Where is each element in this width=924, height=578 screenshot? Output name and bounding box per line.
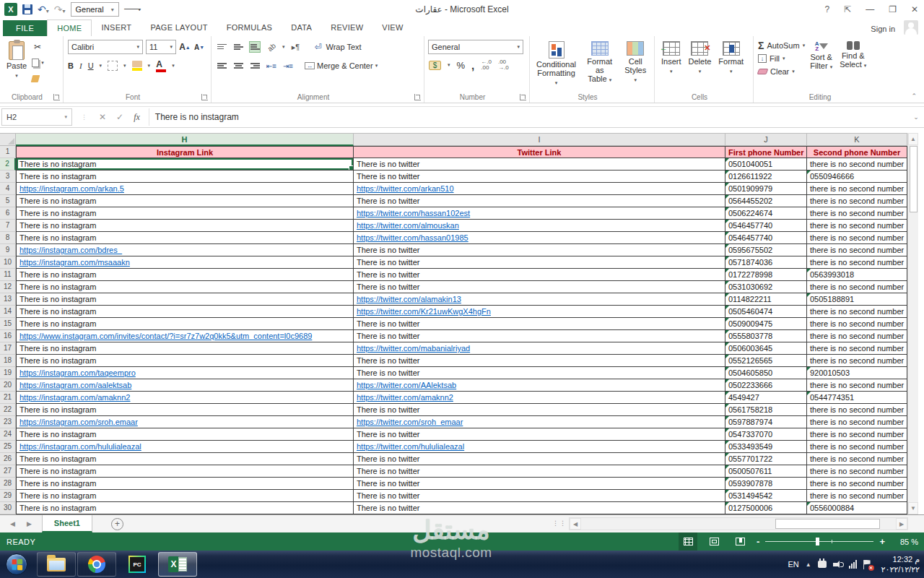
insert-cells-button[interactable]: ← Insert▾ (658, 39, 685, 91)
row-header-26[interactable]: 26 (0, 453, 16, 465)
cell-H10[interactable]: https://instagram.com/msaaakn (16, 256, 354, 269)
cell-H25[interactable]: https://instagram.com/hululialeazal (16, 441, 354, 453)
cell-H2[interactable]: There is no instagram (16, 158, 354, 171)
tab-home[interactable]: HOME (47, 20, 92, 36)
cell-K27[interactable]: there is no second number (807, 465, 907, 478)
cell-I23[interactable]: https://twitter.com/sroh_emaar (354, 416, 725, 428)
new-sheet-icon[interactable]: + (111, 518, 123, 530)
cell-H5[interactable]: There is no instagram (16, 195, 354, 207)
cell-H26[interactable]: There is no instagram (16, 453, 354, 465)
decrease-decimal-icon[interactable]: .00→.0 (498, 59, 509, 71)
cell-H4[interactable]: https://instagram.com/arkan.5 (16, 183, 354, 195)
cell-K7[interactable]: there is no second number (807, 220, 907, 232)
underline-button[interactable]: U (88, 61, 94, 70)
cell-J27[interactable]: 0500507611 (725, 465, 807, 478)
bottom-align-icon[interactable] (249, 41, 261, 53)
zoom-in-icon[interactable]: + (879, 536, 885, 547)
cell-K30[interactable]: 0556000884 (807, 502, 907, 514)
cell-K4[interactable]: there is no second number (807, 183, 907, 195)
horizontal-scroll-thumb[interactable] (775, 519, 880, 529)
cell-K16[interactable]: there is no second number (807, 330, 907, 342)
cell-K17[interactable]: there is no second number (807, 342, 907, 355)
taskbar-pycharm-button[interactable]: PC (118, 552, 157, 577)
paste-button[interactable]: Paste▾ (3, 39, 30, 87)
tab-review[interactable]: REVIEW (321, 20, 372, 36)
clipboard-dialog-launcher-icon[interactable] (53, 94, 60, 100)
qat-customize-icon[interactable]: ⸺▾ (124, 5, 141, 14)
number-dialog-launcher-icon[interactable] (520, 94, 526, 100)
cell-J15[interactable]: 0509009475 (725, 318, 807, 330)
cell-J25[interactable]: 0533493549 (725, 441, 807, 453)
cell-I28[interactable]: There is no twitter (354, 478, 725, 490)
cell-H20[interactable]: https://instagram.com/aalektsab (16, 379, 354, 392)
speaker-icon[interactable] (833, 561, 842, 569)
tab-data[interactable]: DATA (282, 20, 321, 36)
cell-I21[interactable]: https://twitter.com/amaknn2 (354, 392, 725, 404)
restore-button[interactable]: ❐ (889, 4, 897, 14)
cell-I2[interactable]: There is no twitter (354, 158, 725, 171)
wrap-text-button[interactable]: ⏎Wrap Text (311, 39, 363, 55)
cell-K14[interactable]: there is no second number (807, 306, 907, 318)
font-size-combo[interactable]: 11▾ (146, 40, 176, 54)
format-cells-button[interactable]: Format▾ (715, 39, 747, 91)
bold-button[interactable]: B (68, 61, 74, 70)
cell-J29[interactable]: 0531494542 (725, 490, 807, 502)
cell-J18[interactable]: 0552126565 (725, 355, 807, 367)
cell-J14[interactable]: 0505460474 (725, 306, 807, 318)
select-all-corner[interactable] (0, 133, 16, 146)
cell-I20[interactable]: https://twitter.com/AAlektsab (354, 379, 725, 392)
start-button[interactable] (6, 553, 27, 575)
cell-I14[interactable]: https://twitter.com/Kr21uwKwgX4hgFn (354, 306, 725, 318)
cell-I7[interactable]: https://twitter.com/almouskan (354, 220, 725, 232)
cell-J1[interactable]: First phone Number (725, 146, 807, 158)
taskbar-explorer-button[interactable] (37, 552, 76, 577)
cell-H21[interactable]: https://instagram.com/amaknn2 (16, 392, 354, 404)
row-header-22[interactable]: 22 (0, 404, 16, 416)
cell-I1[interactable]: Twitter Link (354, 146, 725, 158)
sheet-nav-left-icon[interactable]: ◀ (10, 520, 15, 527)
cell-J28[interactable]: 0593907878 (725, 478, 807, 490)
row-header-17[interactable]: 17 (0, 342, 16, 355)
cell-K5[interactable]: there is no second number (807, 195, 907, 207)
taskbar-excel-button[interactable]: X (158, 552, 197, 577)
taskbar-chrome-button[interactable] (77, 552, 116, 577)
sign-in-link[interactable]: Sign in (871, 25, 895, 33)
cell-K25[interactable]: there is no second number (807, 441, 907, 453)
cell-H24[interactable]: There is no instagram (16, 428, 354, 441)
tab-page-layout[interactable]: PAGE LAYOUT (141, 20, 217, 36)
comma-style-button[interactable]: , (471, 59, 474, 72)
cell-J22[interactable]: 0561758218 (725, 404, 807, 416)
cell-H3[interactable]: There is no instagram (16, 171, 354, 183)
undo-icon[interactable]: ↶▾ (38, 4, 49, 15)
page-break-view-button[interactable] (731, 532, 749, 551)
redo-icon[interactable]: ↷▾ (54, 4, 66, 15)
tab-view[interactable]: VIEW (372, 20, 412, 36)
align-center-icon[interactable] (232, 60, 244, 72)
cell-H17[interactable]: There is no instagram (16, 342, 354, 355)
ribbon-display-options-icon[interactable]: ⇱ (844, 4, 851, 14)
row-header-14[interactable]: 14 (0, 306, 16, 318)
cell-H8[interactable]: There is no instagram (16, 232, 354, 244)
accounting-format-icon[interactable]: $ (429, 61, 441, 70)
zoom-level[interactable]: 85 % (892, 538, 918, 546)
cell-J21[interactable]: 4549427 (725, 392, 807, 404)
increase-decimal-icon[interactable]: ←.0.00 (481, 59, 492, 71)
column-header-K[interactable]: K (807, 133, 907, 146)
cell-K9[interactable]: there is no second number (807, 244, 907, 256)
cell-H30[interactable]: There is no instagram (16, 502, 354, 514)
cell-I29[interactable]: There is no twitter (354, 490, 725, 502)
cell-H11[interactable]: There is no instagram (16, 269, 354, 281)
alignment-dialog-launcher-icon[interactable] (414, 94, 421, 100)
sheet-tab-sheet1[interactable]: Sheet1 (42, 515, 92, 532)
fill-color-button[interactable] (132, 61, 142, 71)
scroll-right-icon[interactable]: ▶ (896, 518, 907, 530)
cancel-icon[interactable]: ✕ (99, 112, 106, 122)
row-header-28[interactable]: 28 (0, 478, 16, 490)
scroll-left-icon[interactable]: ◀ (570, 518, 581, 530)
italic-button[interactable]: I (79, 61, 82, 70)
cell-K15[interactable]: there is no second number (807, 318, 907, 330)
row-header-11[interactable]: 11 (0, 269, 16, 281)
cell-J11[interactable]: 0172278998 (725, 269, 807, 281)
tab-insert[interactable]: INSERT (92, 20, 141, 36)
cell-K10[interactable]: there is no second number (807, 256, 907, 269)
